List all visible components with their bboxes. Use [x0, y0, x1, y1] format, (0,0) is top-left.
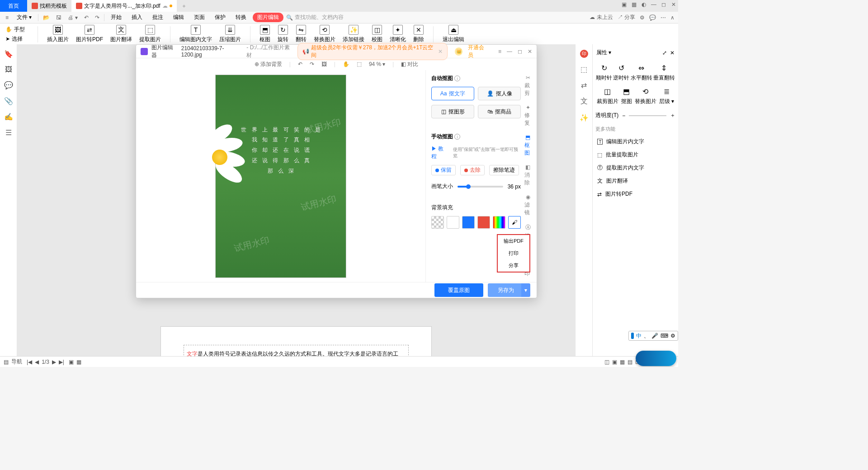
sb-mode4-icon[interactable]: ▤: [627, 359, 632, 365]
rotate-cw-button[interactable]: ↻顺时针: [596, 63, 612, 82]
zoom-value[interactable]: 94 % ▾: [369, 61, 385, 67]
menu-file[interactable]: 文件 ▾: [13, 13, 35, 22]
ime-mic-icon[interactable]: 🎤: [651, 333, 658, 339]
undo-icon[interactable]: ↶: [82, 14, 90, 21]
ime-punct-icon[interactable]: 、: [644, 332, 649, 340]
ime-keyboard-icon[interactable]: ⌨: [660, 333, 668, 339]
add-bg-button[interactable]: ⊕ 添加背景: [255, 61, 282, 68]
close-icon[interactable]: ✕: [669, 0, 678, 9]
bookmark-icon[interactable]: 🔖: [4, 50, 13, 58]
tool-sharpen[interactable]: ✦清晰化: [390, 25, 406, 43]
popup-print[interactable]: 打印: [498, 247, 529, 259]
tab-template[interactable]: 找稻壳模板: [27, 0, 71, 12]
menu-convert[interactable]: 转换: [232, 13, 250, 22]
more-icon[interactable]: ⋯: [660, 14, 666, 21]
save-icon[interactable]: 🖫: [54, 14, 63, 21]
editor-close-icon[interactable]: ✕: [528, 48, 532, 55]
signature-icon[interactable]: ✍: [4, 113, 13, 121]
editor-maximize-icon[interactable]: ◻: [518, 48, 522, 55]
tab-crop[interactable]: ✂裁剪: [524, 75, 531, 97]
menu-page[interactable]: 页面: [190, 13, 208, 22]
redo-icon[interactable]: ↷: [93, 14, 101, 21]
search-box[interactable]: 🔍 查找功能、文档内容: [286, 14, 344, 21]
keep-button[interactable]: 保留: [431, 165, 456, 175]
ed-reset-icon[interactable]: 🖼: [321, 61, 327, 67]
sb-view1-icon[interactable]: ▣: [69, 359, 74, 365]
flip-v-button[interactable]: ⇕垂直翻转: [653, 63, 675, 82]
promo-close-icon[interactable]: ✕: [438, 48, 443, 55]
tool-crop[interactable]: ◫校图: [372, 25, 382, 43]
minimize-icon[interactable]: —: [649, 0, 658, 9]
opacity-plus[interactable]: ＋: [670, 112, 675, 119]
sb-prev-icon[interactable]: ◀: [35, 359, 39, 365]
menu-comment[interactable]: 批注: [149, 13, 167, 22]
panel-expand-icon[interactable]: ⤢: [662, 50, 667, 56]
editor-canvas-image[interactable]: 世 界 上 最 可 笑 的 是 我 知 道 了 真 相 你 却 还 在 说 谎 …: [215, 75, 346, 278]
erase-stroke-button[interactable]: 擦除笔迹: [489, 165, 519, 175]
attachment-icon[interactable]: 📎: [4, 97, 13, 105]
layer-button[interactable]: ≣层级 ▾: [659, 86, 674, 105]
tool-replace-img[interactable]: ⟲替换图片: [314, 25, 335, 43]
compare-button[interactable]: ◧ 对比: [401, 61, 418, 68]
ed-fit-icon[interactable]: ⬚: [357, 61, 362, 67]
popup-share[interactable]: 分享: [498, 259, 529, 272]
swatch-red[interactable]: [477, 216, 490, 229]
more-edit-text[interactable]: 🅃编辑图片内文字: [595, 135, 675, 148]
ed-hand-icon[interactable]: ✋: [343, 61, 349, 67]
remove-button[interactable]: 去除: [460, 165, 485, 175]
apps-icon[interactable]: ▦: [629, 0, 638, 9]
tab-new[interactable]: ＋: [177, 0, 191, 12]
tool-compress-img[interactable]: ⇊压缩图片: [219, 25, 241, 43]
swatch-custom[interactable]: 🖌: [508, 216, 521, 229]
tab-document[interactable]: 文字是人类用符号..._加水印.pdf ☁: [71, 0, 177, 12]
menu-protect[interactable]: 保护: [211, 13, 229, 22]
layout-icon[interactable]: ▣: [619, 0, 628, 9]
settings-icon[interactable]: ⚙: [640, 14, 645, 21]
tutorial-link[interactable]: ▶ 教程: [431, 145, 448, 160]
sb-mode1-icon[interactable]: ◫: [604, 359, 609, 365]
more-img2pdf[interactable]: ⇄图片转PDF: [595, 188, 675, 201]
cutout-text-button[interactable]: Aa抠文字: [431, 87, 474, 100]
sb-mode2-icon[interactable]: ▣: [612, 359, 617, 365]
promo-banner[interactable]: 📢 超级会员2年卡仅需￥278，加送2个月会员+1T云空间 ✕: [297, 43, 448, 60]
ime-lang[interactable]: 中: [636, 332, 642, 340]
sb-next-icon[interactable]: ▶: [52, 359, 56, 365]
document-body[interactable]: 文字是人类用符号记录表达信息以传之久远的方式和工具。现代文字大多是记录语言的工具…: [184, 345, 409, 356]
comment-icon[interactable]: 💬: [4, 81, 13, 89]
tool-delete[interactable]: ✕删除: [413, 25, 424, 43]
tab-cutout[interactable]: ⬒枢图: [524, 134, 531, 157]
brush-slider[interactable]: [458, 186, 503, 188]
menu-insert[interactable]: 插入: [128, 13, 146, 22]
cover-original-button[interactable]: 覆盖原图: [434, 283, 483, 297]
flip-h-button[interactable]: ⇔水平翻转: [631, 63, 652, 82]
right-sparkle-icon[interactable]: ✨: [580, 113, 589, 122]
swatch-white[interactable]: [447, 216, 459, 229]
sb-first-icon[interactable]: |◀: [27, 359, 32, 365]
tool-edit-text-in-img[interactable]: T编辑图内文字: [179, 25, 212, 43]
sb-mode3-icon[interactable]: ▦: [620, 359, 625, 365]
sb-page[interactable]: 1/3: [42, 359, 49, 365]
right-convert-icon[interactable]: ⇄: [581, 81, 587, 89]
cloud-status[interactable]: ☁ 未上云: [590, 14, 613, 21]
save-as-dropdown[interactable]: ▾: [521, 283, 530, 297]
ime-settings-icon[interactable]: ⚙: [670, 333, 675, 339]
more-translate[interactable]: 文图片翻译: [595, 174, 675, 188]
menu-edit[interactable]: 编辑: [170, 13, 188, 22]
expand-icon[interactable]: ∧: [670, 14, 675, 21]
editor-menu-icon[interactable]: ≡: [498, 48, 501, 55]
maximize-icon[interactable]: ◻: [659, 0, 668, 9]
swatch-blue[interactable]: [462, 216, 475, 229]
opacity-slider[interactable]: [629, 115, 666, 116]
right-translate-icon[interactable]: 文: [580, 97, 588, 106]
popup-export-pdf[interactable]: 输出PDF: [498, 235, 529, 247]
sb-view2-icon[interactable]: ▦: [76, 359, 81, 365]
ime-toolbar[interactable]: 中 、 🎤 ⌨ ⚙: [628, 331, 678, 341]
sb-last-icon[interactable]: ▶|: [59, 359, 64, 365]
menu-icon[interactable]: ≡: [4, 14, 10, 21]
ed-undo-icon[interactable]: ↶: [298, 61, 302, 67]
network-speed-widget[interactable]: [636, 351, 676, 366]
tool-insert-image[interactable]: 🖼插入图片: [47, 25, 69, 43]
mode-hand[interactable]: ✋手型: [5, 26, 25, 33]
tool-img-translate[interactable]: 文图片翻译: [110, 25, 132, 43]
panel-close-icon[interactable]: ✕: [670, 50, 675, 56]
